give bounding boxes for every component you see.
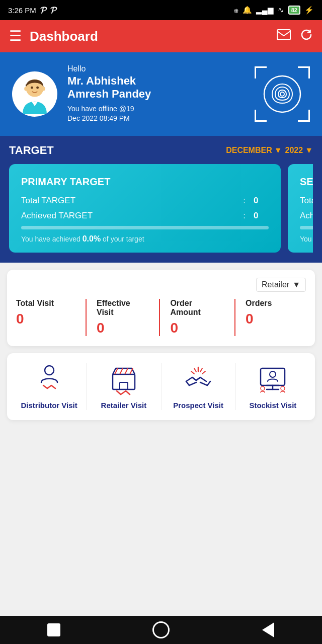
status-bar: 3:26 PM 𝓟 𝓟 ⎈ 🔔 ▂▄▆ ∿ 82 ⚡ (0, 0, 322, 20)
svg-line-13 (200, 368, 202, 372)
year-arrow-icon: ▼ (305, 146, 313, 155)
action-retailer-label: Retailer Visit (101, 400, 147, 411)
stat-value-total-visit: 0 (16, 311, 24, 327)
svg-line-12 (194, 368, 196, 372)
nav-square-icon (47, 623, 60, 636)
nav-square-button[interactable] (42, 618, 66, 642)
time: 3:26 PM (8, 6, 36, 15)
target-label: TARGET (9, 144, 54, 157)
status-left: 3:26 PM 𝓟 𝓟 (8, 5, 56, 16)
status-right: ⎈ 🔔 ▂▄▆ ∿ 82 ⚡ (234, 6, 314, 15)
stat-label-order-amount: Order Amount (170, 299, 224, 317)
fingerprint-wrapper[interactable] (255, 66, 310, 122)
stat-col-effective-visit: Effective Visit 0 (87, 299, 160, 336)
profile-left: Hello Mr. Abhishek Amresh Pandey You hav… (12, 64, 151, 124)
svg-point-22 (281, 386, 285, 390)
menu-button[interactable]: ☰ (9, 29, 22, 43)
stats-card: Retailer ▼ Total Visit 0 Effective Visit… (7, 270, 315, 346)
header-icons (277, 28, 313, 44)
action-retailer-visit[interactable]: Retailer Visit (87, 363, 161, 411)
actions-card: Distributor Visit (7, 353, 315, 421)
stat-value-effective-visit: 0 (97, 320, 105, 336)
sec-achieved-target-label: Achieved TARGET (300, 211, 313, 221)
svg-rect-0 (277, 30, 290, 40)
total-target-row: Total TARGET : 0 (21, 196, 269, 206)
avatar (12, 71, 57, 117)
fp-corner-tl (255, 66, 267, 78)
action-distributor-label: Distributor Visit (21, 400, 77, 411)
svg-point-4 (24, 87, 27, 91)
svg-line-15 (202, 371, 205, 374)
secondary-target-card: SECONDARY TARGET Total TARGET : 0 Achiev… (288, 164, 313, 253)
nav-circle-icon (152, 621, 170, 638)
svg-line-14 (191, 371, 194, 374)
target-header: TARGET DECEMBER ▼ 2022 ▼ (9, 144, 313, 157)
stat-label-effective-visit: Effective Visit (97, 299, 149, 317)
stat-label-total-visit: Total Visit (16, 299, 54, 308)
header-title: Dashboard (30, 29, 98, 44)
header: ☰ Dashboard (0, 20, 322, 52)
fp-corner-br (298, 110, 310, 122)
action-stockist-label: Stockist Visit (249, 400, 296, 411)
retailer-dropdown-icon: ▼ (292, 280, 300, 289)
stats-columns: Total Visit 0 Effective Visit 0 Order Am… (16, 299, 306, 336)
stat-value-orders: 0 (246, 311, 254, 327)
retailer-select[interactable]: Retailer ▼ (256, 278, 306, 292)
year-filter[interactable]: 2022 ▼ (285, 146, 313, 155)
svg-rect-10 (120, 382, 128, 389)
mute-icon: 🔔 (243, 6, 252, 15)
action-stockist-visit[interactable]: Stockist Visit (236, 363, 310, 411)
month-arrow-icon: ▼ (274, 146, 282, 155)
mail-icon[interactable] (277, 29, 291, 43)
profile-name: Mr. Abhishek Amresh Pandey (67, 74, 151, 101)
primary-target-title: PRIMARY TARGET (21, 176, 269, 188)
achieved-target-value: 0 (254, 211, 269, 221)
action-prospect-label: Prospect Visit (173, 400, 223, 411)
distributor-visit-icon (33, 363, 65, 395)
nav-back-button[interactable] (256, 618, 280, 642)
nav-bar (0, 616, 322, 644)
action-distributor-visit[interactable]: Distributor Visit (12, 363, 87, 411)
svg-point-8 (45, 366, 54, 375)
profile-info: Hello Mr. Abhishek Amresh Pandey You hav… (67, 64, 151, 124)
target-achieved-text: You have achieved 0.0% of your target (21, 234, 269, 244)
stat-value-order-amount: 0 (170, 320, 178, 336)
total-target-label: Total TARGET (21, 196, 235, 206)
total-colon: : (243, 196, 246, 206)
sec-target-achieved-text: You have achieved 0.0% of your target (300, 234, 313, 244)
target-filters: DECEMBER ▼ 2022 ▼ (226, 146, 313, 155)
wifi-icon: ∿ (278, 6, 284, 15)
prospect-visit-icon (182, 363, 214, 395)
sec-target-progress-bar (300, 226, 313, 229)
header-left: ☰ Dashboard (9, 29, 98, 44)
svg-point-7 (280, 92, 284, 96)
target-section: TARGET DECEMBER ▼ 2022 ▼ PRIMARY TARGET … (0, 136, 322, 263)
sec-total-target-label: Total TARGET (300, 196, 313, 206)
action-prospect-visit[interactable]: Prospect Visit (162, 363, 236, 411)
svg-point-3 (36, 87, 39, 89)
achieved-colon: : (243, 211, 246, 221)
charging-icon: ⚡ (304, 6, 314, 15)
stats-header: Retailer ▼ (16, 278, 306, 292)
retailer-visit-icon (108, 363, 140, 395)
stockist-visit-icon (257, 363, 289, 395)
signal-icon: ▂▄▆ (256, 6, 274, 15)
secondary-target-title: SECONDARY TARGET (300, 176, 313, 188)
p-icon-2: 𝓟 (50, 5, 56, 16)
target-progress-bar (21, 226, 269, 229)
retailer-label: Retailer (262, 280, 289, 289)
nav-back-icon (262, 622, 274, 637)
refresh-icon[interactable] (300, 28, 313, 44)
achieved-target-row: Achieved TARGET : 0 (21, 211, 269, 221)
total-target-value: 0 (254, 196, 269, 206)
svg-point-6 (264, 76, 300, 112)
stat-col-order-amount: Order Amount 0 (160, 299, 235, 336)
month-filter[interactable]: DECEMBER ▼ (226, 146, 282, 155)
fingerprint-icon (262, 74, 302, 114)
nav-home-button[interactable] (149, 618, 173, 642)
target-cards-scroll: PRIMARY TARGET Total TARGET : 0 Achieved… (9, 164, 313, 258)
battery-icon: 82 (288, 6, 300, 15)
sec-achieved-target-row: Achieved TARGET : 0 (300, 211, 313, 221)
profile-offline: You have offline @19 Dec 2022 08:49 PM (67, 104, 151, 124)
fp-corner-bl (255, 110, 267, 122)
